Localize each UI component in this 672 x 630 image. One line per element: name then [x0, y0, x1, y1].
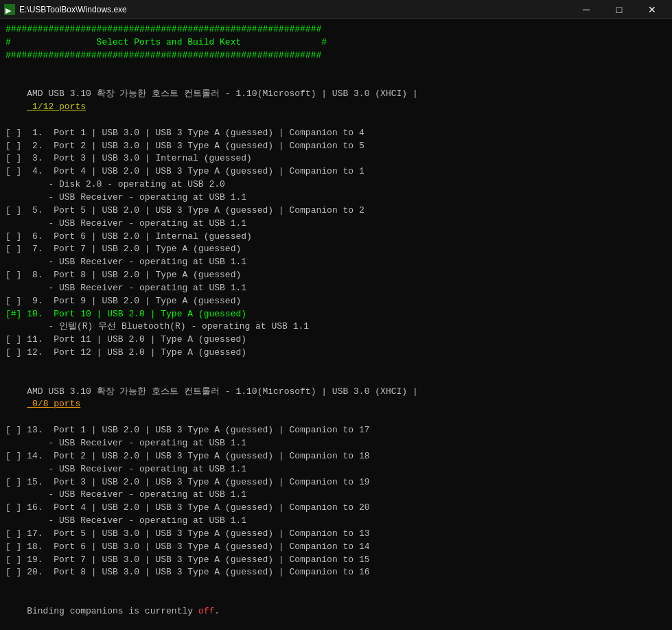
port-15-sub: - USB Receiver - operating at USB 1.1	[5, 489, 667, 502]
port-7: [ ] 7. Port 7 | USB 2.0 | Type A (guesse…	[5, 243, 667, 256]
port-6: [ ] 6. Port 6 | USB 2.0 | Internal (gues…	[5, 231, 667, 244]
controller2-label: AMD USB 3.10 확장 가능한 호스트 컨트롤러 - 1.10(Micr…	[5, 373, 667, 424]
port-18: [ ] 18. Port 6 | USB 3.0 | USB 3 Type A …	[5, 541, 667, 554]
port-14: [ ] 14. Port 2 | USB 2.0 | USB 3 Type A …	[5, 450, 667, 463]
title-bar: ▶ E:\USBToolBox\Windows.exe ─ □ ✕	[0, 0, 672, 19]
port-17: [ ] 17. Port 5 | USB 3.0 | USB 3 Type A …	[5, 528, 667, 541]
binding-off: off	[198, 606, 214, 616]
blank2	[5, 360, 667, 373]
controller1-label: AMD USB 3.10 확장 가능한 호스트 컨트롤러 - 1.10(Micr…	[5, 75, 667, 126]
app-icon: ▶	[4, 4, 15, 15]
port-12: [ ] 12. Port 12 | USB 2.0 | Type A (gues…	[5, 347, 667, 360]
port-8: [ ] 8. Port 8 | USB 2.0 | Type A (guesse…	[5, 269, 667, 282]
port-20: [ ] 20. Port 8 | USB 3.0 | USB 3 Type A …	[5, 566, 667, 579]
port-4-sub2: - USB Receiver - operating at USB 1.1	[5, 191, 667, 205]
header1: ########################################…	[5, 23, 667, 36]
port-11: [ ] 11. Port 11 | USB 2.0 | Type A (gues…	[5, 334, 667, 347]
title-text: E:\USBToolBox\Windows.exe	[19, 5, 127, 14]
port-10-selected: [#] 10. Port 10 | USB 2.0 | Type A (gues…	[5, 308, 667, 321]
title-buttons: ─ □ ✕	[570, 1, 668, 19]
terminal: ########################################…	[0, 19, 672, 630]
binding-post: .	[214, 606, 220, 616]
port-8-sub: - USB Receiver - operating at USB 1.1	[5, 282, 667, 295]
port-5: [ ] 5. Port 5 | USB 2.0 | USB 3 Type A (…	[5, 205, 667, 218]
header2: # Select Ports and Build Kext #	[5, 36, 667, 49]
port-9: [ ] 9. Port 9 | USB 2.0 | Type A (guesse…	[5, 295, 667, 308]
port-10-sub: - 인텔(R) 무선 Bluetooth(R) - operating at U…	[5, 320, 667, 334]
close-button[interactable]: ✕	[636, 1, 668, 19]
ports-counter-1: 1/12 ports	[27, 102, 86, 112]
port-5-sub: - USB Receiver - operating at USB 1.1	[5, 218, 667, 231]
port-4-sub1: - Disk 2.0 - operating at USB 2.0	[5, 178, 667, 191]
port-13-sub: - USB Receiver - operating at USB 1.1	[5, 437, 667, 450]
port-2: [ ] 2. Port 2 | USB 3.0 | USB 3 Type A (…	[5, 140, 667, 153]
port-14-sub: - USB Receiver - operating at USB 1.1	[5, 463, 667, 476]
port-15: [ ] 15. Port 3 | USB 2.0 | USB 3 Type A …	[5, 476, 667, 489]
port-19: [ ] 19. Port 7 | USB 3.0 | USB 3 Type A …	[5, 554, 667, 567]
svg-text:▶: ▶	[5, 7, 12, 15]
blank3	[5, 579, 667, 592]
port-3: [ ] 3. Port 3 | USB 3.0 | Internal (gues…	[5, 152, 667, 165]
binding-pre: Binding companions is currently	[27, 606, 198, 616]
port-16-sub: - USB Receiver - operating at USB 1.1	[5, 515, 667, 528]
header3: ########################################…	[5, 49, 667, 62]
port-1: [ ] 1. Port 1 | USB 3.0 | USB 3 Type A (…	[5, 127, 667, 140]
port-13: [ ] 13. Port 1 | USB 2.0 | USB 3 Type A …	[5, 424, 667, 437]
port-4: [ ] 4. Port 4 | USB 2.0 | USB 3 Type A (…	[5, 165, 667, 178]
binding-companions-line: Binding companions is currently off.	[5, 592, 667, 630]
maximize-button[interactable]: □	[603, 1, 635, 19]
minimize-button[interactable]: ─	[570, 1, 602, 19]
blank1	[5, 62, 667, 75]
port-16: [ ] 16. Port 4 | USB 2.0 | USB 3 Type A …	[5, 502, 667, 515]
ports-counter-2: 0/8 ports	[27, 399, 80, 409]
port-7-sub: - USB Receiver - operating at USB 1.1	[5, 256, 667, 269]
